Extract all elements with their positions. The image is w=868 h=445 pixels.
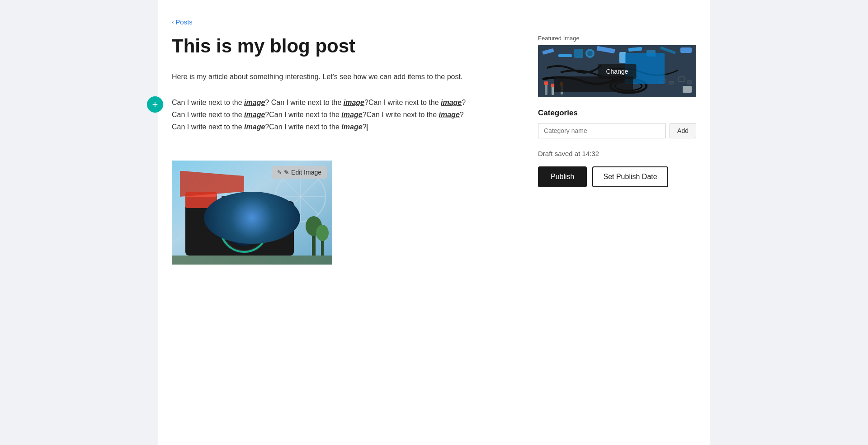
svg-rect-39 [551, 84, 555, 87]
svg-point-14 [236, 221, 243, 227]
svg-rect-46 [678, 77, 685, 81]
category-input-row: Add [538, 123, 696, 138]
text-block: + Can I write next to the image? Can I w… [172, 96, 520, 133]
svg-point-23 [316, 225, 329, 241]
pencil-icon: ✎ [277, 169, 282, 175]
svg-point-16 [259, 196, 265, 202]
text-cursor [367, 124, 368, 131]
change-image-button[interactable]: Change [598, 64, 636, 79]
svg-rect-27 [574, 49, 583, 58]
svg-rect-19 [172, 256, 332, 265]
sidebar-section: Featured Image [538, 35, 696, 266]
set-publish-date-button[interactable]: Set Publish Date [592, 166, 668, 187]
paragraph-text: Can I write next to the image? Can I wri… [172, 96, 520, 133]
svg-rect-41 [560, 82, 563, 86]
svg-point-11 [226, 210, 262, 246]
svg-rect-45 [669, 81, 674, 84]
embedded-image-container: ✎ ✎ Edit Image [172, 161, 332, 265]
svg-rect-15 [222, 196, 231, 201]
draft-saved-status: Draft saved at 14:32 [538, 150, 696, 157]
edit-image-label: ✎ Edit Image [284, 169, 321, 176]
post-title: This is my blog post [172, 35, 520, 57]
svg-rect-37 [544, 81, 548, 85]
image-link-1[interactable]: image [244, 99, 265, 106]
add-category-button[interactable]: Add [670, 123, 696, 138]
image-link-2[interactable]: image [344, 99, 364, 106]
svg-rect-44 [660, 79, 665, 83]
svg-rect-40 [561, 85, 563, 95]
svg-rect-47 [687, 80, 692, 84]
publish-button[interactable]: Publish [538, 166, 587, 187]
edit-image-button[interactable]: ✎ ✎ Edit Image [272, 166, 327, 179]
chevron-left-icon: ‹ [172, 19, 174, 25]
svg-point-13 [237, 222, 251, 235]
svg-rect-36 [545, 84, 547, 95]
svg-rect-33 [646, 50, 656, 57]
category-name-input[interactable] [538, 123, 666, 138]
image-link-3[interactable]: image [441, 99, 462, 106]
svg-point-12 [233, 217, 255, 240]
svg-rect-26 [558, 54, 572, 57]
intro-paragraph: Here is my article about something inter… [172, 71, 520, 83]
categories-heading: Categories [538, 109, 696, 118]
svg-rect-48 [683, 86, 692, 93]
image-link-8[interactable]: image [341, 123, 362, 131]
image-link-7[interactable]: image [244, 123, 265, 131]
svg-point-29 [587, 51, 593, 56]
image-link-6[interactable]: image [439, 111, 460, 118]
svg-point-10 [222, 207, 266, 250]
svg-rect-8 [185, 192, 217, 197]
page-wrapper: ‹ Posts This is my blog post Here is my … [0, 0, 868, 445]
publish-actions: Publish Set Publish Date [538, 166, 696, 187]
svg-rect-31 [619, 52, 626, 63]
main-container: ‹ Posts This is my blog post Here is my … [158, 0, 710, 445]
editor-section: This is my blog post Here is my article … [172, 35, 538, 266]
content-area: This is my blog post Here is my article … [158, 35, 710, 266]
svg-rect-35 [680, 47, 692, 53]
add-block-button[interactable]: + [147, 96, 163, 113]
back-link-label: Posts [175, 18, 193, 26]
featured-image-container: Featured Image [538, 35, 696, 97]
back-navigation: ‹ Posts [158, 14, 710, 35]
categories-section: Categories Add [538, 109, 696, 138]
back-link[interactable]: ‹ Posts [172, 18, 193, 26]
featured-image-label: Featured Image [538, 35, 696, 42]
image-link-5[interactable]: image [341, 111, 362, 118]
image-link-4[interactable]: image [244, 111, 265, 118]
